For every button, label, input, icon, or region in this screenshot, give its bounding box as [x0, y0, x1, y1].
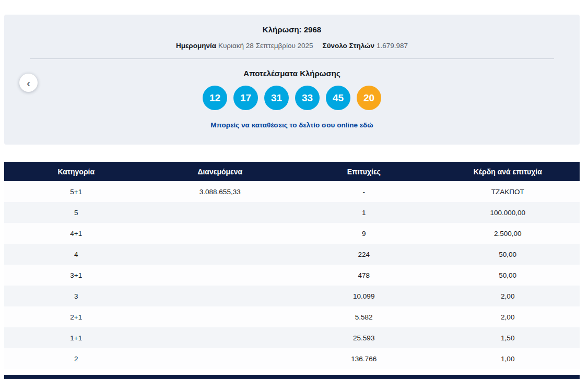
cell-category: 2 [4, 355, 148, 363]
cell-winners: 224 [292, 251, 436, 258]
cell-winners: 136.766 [292, 355, 436, 363]
table-row: 1+125.5931,50 [4, 327, 580, 348]
table-header-row: Κατηγορία Διανεμόμενα Επιτυχίες Κέρδη αν… [4, 162, 580, 181]
previous-draw-button[interactable]: ‹ [19, 74, 38, 92]
lottery-number-ball: 45 [326, 86, 350, 110]
lottery-number-ball: 12 [203, 86, 227, 110]
cell-category: 4+1 [4, 230, 148, 238]
cell-category: 2+1 [4, 313, 148, 321]
cell-winners: 5.582 [292, 313, 436, 321]
cell-prize: 1,50 [436, 334, 580, 342]
cell-winners: 478 [292, 271, 436, 279]
table-row: 3+147850,00 [4, 265, 580, 286]
results-table: Κατηγορία Διανεμόμενα Επιτυχίες Κέρδη αν… [4, 162, 580, 369]
cell-winners: 10.099 [292, 292, 436, 300]
draw-title-label: Κλήρωση: [263, 25, 302, 34]
table-body: 5+13.088.655,33-ΤΖΑΚΠΟΤ51100.000,004+192… [4, 181, 580, 369]
results-heading: Αποτελέσματα Κλήρωσης [4, 69, 580, 78]
lottery-number-ball: 33 [295, 86, 320, 110]
header-winners: Επιτυχίες [292, 168, 436, 176]
cell-category: 4 [4, 251, 148, 258]
numbers-row: 121731334520 [4, 86, 580, 110]
header-prize: Κέρδη ανά επιτυχία [436, 168, 580, 176]
table-row: 422450,00 [4, 244, 580, 265]
cell-category: 3 [4, 292, 148, 300]
cell-category: 3+1 [4, 271, 148, 279]
cell-prize: 2,00 [436, 313, 580, 321]
cell-winners: 25.593 [292, 334, 436, 342]
draw-meta: ΗμερομηνίαΚυριακή 28 Σεπτεμβρίου 2025Σύν… [4, 42, 580, 50]
date-value: Κυριακή 28 Σεπτεμβρίου 2025 [218, 42, 313, 50]
cell-prize: ΤΖΑΚΠΟΤ [436, 188, 580, 196]
cell-prize: 1,00 [436, 355, 580, 363]
cell-winners: 1 [292, 209, 436, 217]
cell-prize: 50,00 [436, 251, 580, 258]
cell-winners: - [292, 188, 436, 196]
draw-title: Κλήρωση: 2968 [4, 15, 580, 34]
table-row: 4+192.500,00 [4, 223, 580, 244]
cell-distributed: 3.088.655,33 [148, 188, 292, 196]
cell-winners: 9 [292, 230, 436, 238]
footer-bar [4, 375, 580, 379]
cell-prize: 2.500,00 [436, 230, 580, 238]
header-category: Κατηγορία [4, 168, 148, 176]
table-row: 2+15.5822,00 [4, 306, 580, 327]
columns-value: 1.679.987 [377, 42, 408, 50]
cell-category: 1+1 [4, 334, 148, 342]
table-row: 2136.7661,00 [4, 348, 580, 369]
header-distributed: Διανεμόμενα [148, 168, 292, 176]
draw-summary-panel: Κλήρωση: 2968 ΗμερομηνίαΚυριακή 28 Σεπτε… [4, 15, 580, 145]
cell-category: 5+1 [4, 188, 148, 196]
draw-number: 2968 [304, 25, 321, 34]
cell-prize: 50,00 [436, 271, 580, 279]
cell-category: 5 [4, 209, 148, 217]
columns-label: Σύνολο Στηλών [323, 42, 374, 50]
table-row: 310.0992,00 [4, 286, 580, 306]
lottery-number-ball: 31 [264, 86, 289, 110]
lottery-number-ball: 17 [233, 86, 258, 110]
cell-prize: 2,00 [436, 292, 580, 300]
date-label: Ημερομηνία [176, 42, 216, 50]
table-row: 5+13.088.655,33-ΤΖΑΚΠΟΤ [4, 181, 580, 202]
cell-prize: 100.000,00 [436, 209, 580, 217]
submit-online-link[interactable]: Μπορείς να καταθέσεις το δελτίο σου onli… [210, 121, 373, 129]
panel-divider [30, 58, 554, 59]
chevron-left-icon: ‹ [27, 78, 30, 88]
joker-number-ball: 20 [357, 86, 381, 110]
table-row: 51100.000,00 [4, 202, 580, 223]
